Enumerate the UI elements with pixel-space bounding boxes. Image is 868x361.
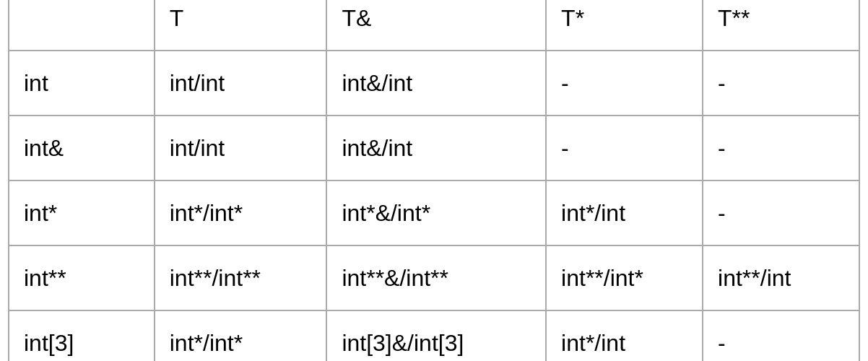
cell-intptr-T: int*/int* (155, 180, 327, 245)
cell-intptrptr-Tptrptr: int**/int (703, 245, 859, 310)
cell-intarr-type: int[3] (9, 310, 155, 361)
cell-intptr-type: int* (9, 180, 155, 245)
cell-intref-type: int& (9, 116, 155, 180)
header-T: T (155, 0, 327, 51)
cell-int-Tptrptr: - (703, 51, 859, 116)
cell-intptrptr-Tptr: int**/int* (546, 245, 703, 310)
row-intptrptr: int** int**/int** int**&/int** int**/int… (9, 245, 859, 310)
cell-intref-T: int/int (155, 116, 327, 180)
type-deduction-table: T T& T* T** int int/int int&/int - - int… (8, 0, 860, 361)
cell-int-Tptr: - (546, 51, 703, 116)
cell-intptrptr-T: int**/int** (155, 245, 327, 310)
cell-int-T: int/int (155, 51, 327, 116)
cell-int-Tref: int&/int (326, 51, 546, 116)
table-container: T T& T* T** int int/int int&/int - - int… (8, 7, 860, 354)
cell-intptr-Tptr: int*/int (546, 180, 703, 245)
cell-intarr-Tptrptr: - (703, 310, 859, 361)
cell-int-type: int (9, 51, 155, 116)
header-T-ptrptr: T** (703, 0, 859, 51)
cell-intarr-Tptr: int*/int (546, 310, 703, 361)
row-intptr: int* int*/int* int*&/int* int*/int - (9, 180, 859, 245)
cell-intref-Tptrptr: - (703, 116, 859, 180)
header-type (9, 0, 155, 51)
cell-intarr-T: int*/int* (155, 310, 327, 361)
cell-intptrptr-type: int** (9, 245, 155, 310)
header-T-ptr: T* (546, 0, 703, 51)
row-int: int int/int int&/int - - (9, 51, 859, 116)
cell-intptrptr-Tref: int**&/int** (326, 245, 546, 310)
cell-intref-Tref: int&/int (326, 116, 546, 180)
cell-intref-Tptr: - (546, 116, 703, 180)
header-T-ref: T& (326, 0, 546, 51)
cell-intptr-Tptrptr: - (703, 180, 859, 245)
header-row: T T& T* T** (9, 0, 859, 51)
cell-intptr-Tref: int*&/int* (326, 180, 546, 245)
row-intarr: int[3] int*/int* int[3]&/int[3] int*/int… (9, 310, 859, 361)
row-intref: int& int/int int&/int - - (9, 116, 859, 180)
cell-intarr-Tref: int[3]&/int[3] (326, 310, 546, 361)
